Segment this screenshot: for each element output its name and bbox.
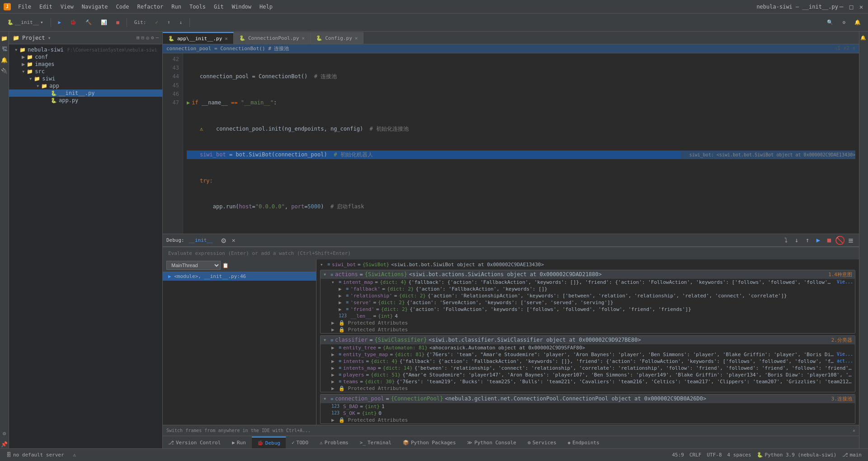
run-button[interactable]: ▶ bbox=[55, 18, 65, 27]
resume-button[interactable]: ▶ bbox=[814, 235, 823, 245]
var-row-protected-attrs-1[interactable]: ▶ 🔒 Protected Attributes bbox=[321, 320, 855, 326]
var-row-protected-attrs-2[interactable]: ▶ 🔒 Protected Attributes bbox=[321, 326, 855, 333]
var-row-protected-attrs-3[interactable]: ▶ 🔒 Protected Attributes bbox=[321, 385, 855, 392]
status-no-server[interactable]: 🗄 no default server bbox=[4, 451, 67, 459]
var-row-players[interactable]: ▶ ≡ players = {dict: 51} {"Amar'e Stoude… bbox=[321, 372, 855, 378]
frame-item-current[interactable]: ▶ <module>, __init__.py:46 bbox=[163, 272, 316, 281]
tab-problems[interactable]: ⚠ Problems bbox=[314, 437, 354, 448]
notifications-tool-icon[interactable]: 🔔 bbox=[1, 57, 8, 64]
var-row-siwi-bot[interactable]: ▾ ≡ siwi_bot = {SiwiBot} <siwi.bot.bot.S… bbox=[318, 261, 857, 268]
menu-tools[interactable]: Tools bbox=[186, 3, 209, 11]
var-row-fallback[interactable]: ▶ ≡ 'fallback' = {dict: 2} {'action': 'F… bbox=[321, 286, 855, 292]
var-row-protected-attrs-4[interactable]: ▶ 🔒 Protected Attributes bbox=[321, 417, 855, 423]
menu-view[interactable]: View bbox=[57, 3, 77, 11]
debug-settings-icon[interactable]: ⚙ bbox=[219, 235, 228, 245]
build-button[interactable]: 🔨 bbox=[82, 18, 95, 27]
var-row-s-bad[interactable]: 123 S_BAD = {int} 1 bbox=[321, 403, 855, 410]
tree-item-nebula-siwi[interactable]: ▾ 📁 nebula-siwi F:\ConversationSystem\ne… bbox=[9, 46, 162, 53]
tab-close-icon[interactable]: ✕ bbox=[225, 36, 228, 42]
menu-refactor[interactable]: Refactor bbox=[133, 3, 167, 11]
coverage-button[interactable]: 📊 bbox=[97, 18, 111, 27]
var-row-entity-type-map[interactable]: ▶ ≡ entity_type_map = {dict: 81} {'76ers… bbox=[321, 351, 855, 358]
menu-navigate[interactable]: Navigate bbox=[78, 3, 112, 11]
status-position[interactable]: 45:9 bbox=[669, 451, 687, 459]
run-config-dropdown[interactable]: 🐍 __init__ ▾ bbox=[4, 18, 47, 27]
hide-panel-icon[interactable]: ─ bbox=[156, 35, 159, 41]
maximize-button[interactable]: □ bbox=[848, 4, 854, 10]
tree-item-siwi[interactable]: ▾ 📁 siwi bbox=[9, 75, 162, 82]
tab-init-py[interactable]: 🐍 app\__init__.py ✕ bbox=[163, 32, 234, 44]
bookmarks-tool-icon[interactable]: 📌 bbox=[1, 441, 8, 448]
menu-code[interactable]: Code bbox=[113, 3, 133, 11]
notifications-button[interactable]: 🔔 bbox=[851, 18, 864, 27]
evaluate-button[interactable]: ≡ bbox=[846, 235, 855, 245]
tab-python-packages[interactable]: 📦 Python Packages bbox=[397, 437, 462, 448]
menu-window[interactable]: Window bbox=[228, 3, 255, 11]
view-link[interactable]: act... bbox=[837, 358, 853, 363]
var-row-intents-map[interactable]: ▶ ≡ intents_map = {dict: 14} {'between':… bbox=[321, 365, 855, 372]
close-button[interactable]: ✕ bbox=[858, 4, 864, 10]
status-branch[interactable]: ⎇ main bbox=[840, 451, 865, 459]
search-everywhere-button[interactable]: 🔍 bbox=[823, 18, 837, 27]
expand-icon[interactable]: ▾ bbox=[323, 395, 329, 402]
notifications-right-icon[interactable]: 🔔 bbox=[860, 35, 866, 40]
tab-python-console[interactable]: ≫ Python Console bbox=[462, 437, 522, 448]
tab-config[interactable]: 🐍 Config.py ✕ bbox=[311, 32, 363, 44]
var-row-teams[interactable]: ▶ ≡ teams = {dict: 30} {'76ers': 'team21… bbox=[321, 378, 855, 385]
var-row-intents[interactable]: ▶ ≡ intents = {dict: 4} {'fallback': {'a… bbox=[321, 358, 855, 365]
project-tool-icon[interactable]: 📁 bbox=[1, 35, 8, 42]
code-lines[interactable]: connection_pool = ConnectionBot() # 连接池 … bbox=[183, 53, 859, 234]
tab-close-icon[interactable]: ✕ bbox=[302, 35, 305, 41]
settings-button[interactable]: ⚙ bbox=[839, 18, 849, 27]
view-link[interactable]: Vie... bbox=[837, 352, 853, 357]
tree-item-images[interactable]: ▶ 📁 images bbox=[9, 61, 162, 68]
status-line-ending[interactable]: CRLF bbox=[687, 451, 704, 459]
tree-item-conf[interactable]: ▶ 📁 conf bbox=[9, 53, 162, 61]
tree-item-src[interactable]: ▾ 📁 src bbox=[9, 68, 162, 75]
expand-icon[interactable]: ▾ bbox=[323, 337, 329, 343]
menu-edit[interactable]: Edit bbox=[36, 3, 56, 11]
locate-file-icon[interactable]: ◎ bbox=[146, 35, 149, 41]
tab-todo[interactable]: ✓ TODO bbox=[286, 437, 314, 448]
var-row-relationship[interactable]: ▶ ≡ 'relationship' = {dict: 2} {'action'… bbox=[321, 292, 855, 299]
stop-button[interactable]: ■ bbox=[113, 18, 123, 27]
variables-panel[interactable]: ▾ ≡ siwi_bot = {SiwiBot} <siwi.bot.bot.S… bbox=[316, 259, 859, 425]
git-pull[interactable]: ↓ bbox=[176, 18, 186, 27]
status-indent[interactable]: 4 spaces bbox=[725, 451, 754, 459]
tree-item-app-py[interactable]: 🐍 app.py bbox=[9, 97, 162, 104]
status-warnings[interactable]: ⚠ bbox=[71, 451, 79, 459]
project-scope-icon[interactable]: ⊞ bbox=[137, 35, 140, 41]
tab-services[interactable]: ⚙ Services bbox=[522, 437, 562, 448]
structure-tool-icon[interactable]: 🏗 bbox=[1, 46, 8, 53]
tab-close-icon[interactable]: ✕ bbox=[355, 35, 358, 41]
git-checkmark[interactable]: ✓ bbox=[151, 18, 162, 27]
project-settings-icon[interactable]: ⚙ bbox=[151, 35, 154, 41]
var-row-friend[interactable]: ▶ ≡ 'friend' = {dict: 2} {'action': 'Fol… bbox=[321, 306, 855, 313]
git-tool-icon[interactable]: ⚙ bbox=[1, 430, 8, 437]
status-python[interactable]: 🐍 Python 3.9 (nebula-siwi) bbox=[754, 451, 840, 459]
tab-terminal[interactable]: >_ Terminal bbox=[354, 437, 397, 448]
step-out-button[interactable]: ↑ bbox=[803, 235, 812, 245]
git-status[interactable]: Git: bbox=[131, 18, 150, 27]
tab-connection-pool[interactable]: 🐍 ConnectionPool.py ✕ bbox=[234, 32, 311, 44]
menu-help[interactable]: Help bbox=[256, 3, 276, 11]
editor-content[interactable]: connection_pool = ConnectionBot() # 连接池 … bbox=[163, 44, 859, 234]
view-link[interactable]: Vie... bbox=[837, 279, 853, 284]
status-encoding[interactable]: UTF-8 bbox=[704, 451, 724, 459]
tree-item-init-py[interactable]: 🐍 __init__.py bbox=[9, 89, 162, 97]
menu-file[interactable]: File bbox=[14, 3, 35, 11]
collapse-all-icon[interactable]: ⊟ bbox=[142, 35, 145, 41]
debug-run-button[interactable]: 🐞 bbox=[66, 18, 80, 27]
expand-icon[interactable]: ▾ bbox=[323, 271, 329, 278]
var-row-len[interactable]: 123 __len__ = {int} 4 bbox=[321, 313, 855, 320]
tree-item-app[interactable]: ▾ 📁 app bbox=[9, 82, 162, 89]
var-row-s-ok[interactable]: 123 S_OK = {int} 0 bbox=[321, 410, 855, 417]
switch-frames-close[interactable]: ✕ bbox=[853, 428, 855, 433]
tab-version-control[interactable]: ⎇ Version Control bbox=[163, 437, 226, 448]
step-over-button[interactable]: ⤵ bbox=[781, 235, 790, 245]
var-row-intent-map[interactable]: ▾ ≡ intent_map = {dict: 4} {'fallback': … bbox=[321, 279, 855, 286]
debug-close-icon[interactable]: ✕ bbox=[229, 235, 238, 245]
menu-run[interactable]: Run bbox=[168, 3, 185, 11]
thread-selector[interactable]: MainThread bbox=[166, 261, 221, 270]
stop-button[interactable]: ■ bbox=[825, 235, 834, 245]
